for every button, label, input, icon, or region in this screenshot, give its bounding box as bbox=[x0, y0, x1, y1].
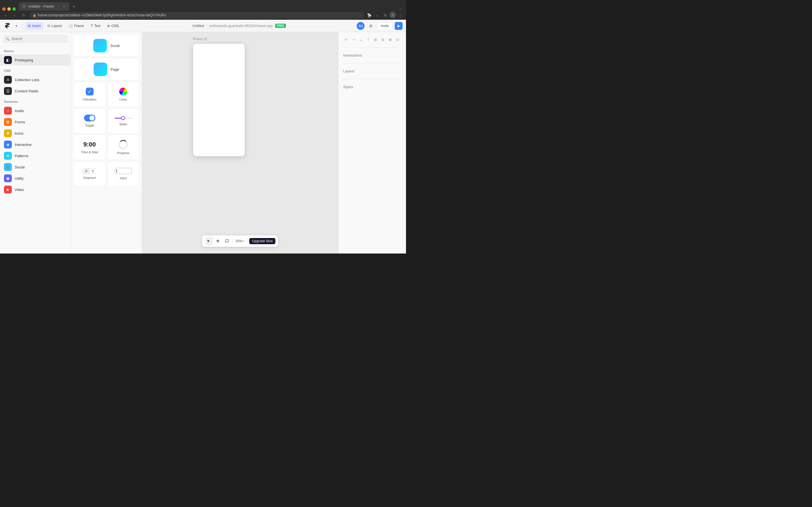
conic-item[interactable]: Conic bbox=[107, 82, 140, 107]
cms-tool-button[interactable]: ⊛ CMS bbox=[104, 22, 122, 30]
free-badge: FREE bbox=[275, 24, 286, 28]
comment-tool-button[interactable] bbox=[223, 237, 231, 245]
upgrade-now-button[interactable]: Upgrade Now bbox=[249, 238, 275, 244]
browser-tab-active[interactable]: Untitled – Framer × bbox=[18, 2, 69, 11]
distribute-v-button[interactable]: ⊡ bbox=[395, 37, 401, 43]
toggle-label: Toggle bbox=[85, 124, 94, 127]
app-layout: ▾ ⊞ Insert ⊡ Layout ⬜ Frame T Text ⊛ CMS… bbox=[0, 20, 406, 253]
traffic-light-yellow[interactable] bbox=[7, 7, 11, 11]
icons-label: Icons bbox=[15, 131, 63, 135]
prototyping-arrow: › bbox=[66, 59, 67, 62]
slider-item[interactable]: Slider bbox=[107, 108, 140, 133]
right-panel-divider-1 bbox=[343, 47, 402, 48]
search-input[interactable] bbox=[3, 35, 67, 43]
cast-button[interactable]: 📡 bbox=[366, 12, 373, 18]
traffic-light-red[interactable] bbox=[2, 7, 6, 11]
slider-icon bbox=[115, 116, 132, 120]
sidebar-item-utility[interactable]: ◉ Utility › bbox=[0, 173, 71, 184]
align-center-v-button[interactable]: ⊞ bbox=[372, 37, 378, 43]
patterns-label: Patterns bbox=[15, 154, 63, 158]
segment-icon: A B bbox=[83, 168, 96, 174]
layout-icon: ⊡ bbox=[47, 24, 50, 28]
extensions-button[interactable]: ⧉ bbox=[382, 12, 389, 18]
layout-tool-button[interactable]: ⊡ Layout bbox=[45, 22, 64, 30]
header-center: Untitled · enthusiastic-guardrails-09316… bbox=[123, 24, 356, 28]
checkbox-label: Checkbox bbox=[83, 98, 96, 101]
header-separator: · bbox=[206, 24, 207, 28]
settings-button[interactable]: ⚙ bbox=[367, 22, 375, 30]
insert-panel: Scroll Page ✓ bbox=[71, 32, 142, 253]
basics-section-label: Basics bbox=[0, 46, 71, 54]
segment-item[interactable]: A B Segment bbox=[73, 161, 106, 186]
play-button[interactable]: ▶ bbox=[395, 22, 403, 30]
collection-lists-label: Collection Lists bbox=[15, 78, 63, 82]
align-left-button[interactable]: ⊢ bbox=[343, 37, 349, 43]
window-controls-right: ⌄ bbox=[399, 7, 404, 11]
sidebar-item-content-fields[interactable]: ☰ Content Fields › bbox=[0, 86, 71, 97]
checkbox-icon: ✓ bbox=[86, 88, 94, 96]
sidebar-item-video[interactable]: ▶ Video › bbox=[0, 184, 71, 195]
slider-label: Slider bbox=[119, 122, 127, 126]
new-tab-button[interactable]: + bbox=[70, 3, 78, 11]
zoom-control[interactable]: 50% ▾ bbox=[235, 239, 246, 243]
audio-arrow: › bbox=[66, 109, 67, 112]
insert-tool-button[interactable]: ⊞ Insert bbox=[25, 22, 43, 30]
content-fields-arrow: › bbox=[66, 90, 67, 93]
align-top-button[interactable]: ⊤ bbox=[365, 37, 371, 43]
align-center-h-button[interactable]: ⊣ bbox=[350, 37, 357, 43]
layout-section[interactable]: Layout bbox=[343, 68, 402, 74]
sidebar-item-prototyping[interactable]: ◧ Prototyping › bbox=[0, 54, 71, 66]
audio-icon: ♪ bbox=[4, 107, 12, 115]
distribute-h-button[interactable]: ⊠ bbox=[387, 37, 393, 43]
scroll-item[interactable]: Scroll bbox=[73, 34, 140, 57]
sidebar-item-audio[interactable]: ♪ Audio › bbox=[0, 105, 71, 116]
conic-label: Conic bbox=[119, 98, 127, 101]
conic-icon bbox=[119, 88, 127, 96]
input-item[interactable]: Input bbox=[107, 161, 140, 186]
frame-tool-button[interactable]: ⬜ Frame bbox=[66, 22, 87, 30]
main-area: 🔍 Basics ◧ Prototyping › CMS ≡ Collectio… bbox=[0, 32, 406, 253]
url-bar[interactable]: 🔒 framer.com/projects/Untitled--mZ98oDWa… bbox=[29, 12, 364, 18]
more-button[interactable]: ⋮ bbox=[397, 12, 404, 18]
project-dropdown[interactable]: ▾ bbox=[12, 22, 20, 30]
sidebar-item-forms[interactable]: ⊞ Forms › bbox=[0, 116, 71, 128]
styles-section[interactable]: Styles bbox=[343, 83, 402, 90]
sidebar-scroll: Basics ◧ Prototyping › CMS ≡ Collection … bbox=[0, 46, 71, 253]
traffic-light-green[interactable] bbox=[12, 7, 16, 11]
sidebar-item-collection-lists[interactable]: ≡ Collection Lists › bbox=[0, 74, 71, 86]
align-bottom-button[interactable]: ⊟ bbox=[380, 37, 386, 43]
icons-icon: ★ bbox=[4, 129, 12, 137]
page-item[interactable]: Page bbox=[73, 58, 140, 80]
invite-button[interactable]: Invite bbox=[377, 22, 393, 30]
zoom-chevron: ▾ bbox=[243, 240, 245, 242]
lock-icon: 🔒 bbox=[33, 14, 36, 17]
progress-item[interactable]: Progress bbox=[107, 135, 140, 160]
select-tool-button[interactable] bbox=[205, 237, 213, 245]
back-button[interactable]: ‹ bbox=[2, 12, 9, 18]
bookmark-button[interactable]: ☆ bbox=[374, 12, 380, 18]
app-header: ▾ ⊞ Insert ⊡ Layout ⬜ Frame T Text ⊛ CMS… bbox=[0, 20, 406, 32]
forward-button[interactable]: › bbox=[11, 12, 18, 18]
sidebar-item-social[interactable]: 🐦 Social › bbox=[0, 161, 71, 173]
text-tool-button[interactable]: T Text bbox=[88, 22, 103, 30]
sidebar-item-icons[interactable]: ★ Icons › bbox=[0, 128, 71, 139]
hand-tool-button[interactable] bbox=[214, 237, 222, 245]
video-arrow: › bbox=[66, 188, 67, 191]
zoom-level: 50% bbox=[236, 239, 243, 243]
checkbox-item[interactable]: ✓ Checkbox bbox=[73, 82, 106, 107]
reload-button[interactable]: ↻ bbox=[20, 12, 27, 18]
sidebar-item-interactive[interactable]: ◈ Interactive › bbox=[0, 139, 71, 150]
toggle-item[interactable]: Toggle bbox=[73, 108, 106, 133]
browser-chrome: Untitled – Framer × + ⌄ ‹ › ↻ 🔒 framer.c… bbox=[0, 0, 406, 20]
sidebar-item-patterns[interactable]: ⊛ Patterns › bbox=[0, 150, 71, 161]
time-date-item[interactable]: 9:00 Time & Date bbox=[73, 135, 106, 160]
tab-close-button[interactable]: × bbox=[62, 4, 66, 8]
right-panel-divider-2 bbox=[343, 63, 402, 63]
interactions-section[interactable]: Interactions bbox=[343, 52, 402, 59]
input-label: Input bbox=[120, 176, 126, 180]
collection-lists-icon: ≡ bbox=[4, 76, 12, 83]
align-tools: ⊢ ⊣ ⊥ ⊤ ⊞ ⊟ ⊠ ⊡ bbox=[343, 37, 402, 43]
iphone-label: iPhone 13 bbox=[193, 37, 207, 41]
align-right-button[interactable]: ⊥ bbox=[358, 37, 364, 43]
tab-favicon bbox=[22, 4, 26, 8]
